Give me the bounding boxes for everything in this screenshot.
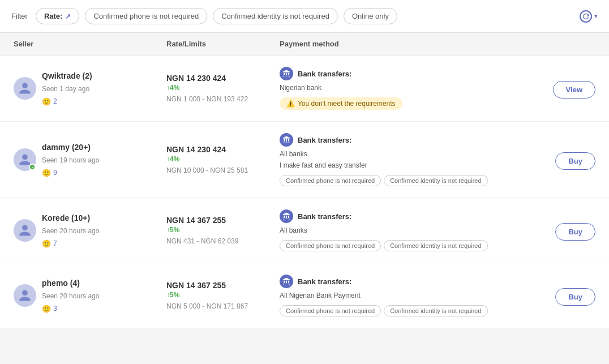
payment-sub: All Nigerian Bank Payment xyxy=(280,292,527,299)
action-cell-3: Buy xyxy=(527,285,595,306)
action-cell-0: View xyxy=(527,78,595,99)
filter-label: Filter xyxy=(11,12,28,20)
smile-icon: 🙂 xyxy=(42,239,51,248)
payment-sub: All banks xyxy=(280,150,527,158)
payment-header: Bank transfers: xyxy=(280,67,527,80)
requirement-tag: Confirmed phone is not required xyxy=(280,175,381,186)
requirement-tag: Confirmed phone is not required xyxy=(280,305,381,316)
user-icon xyxy=(18,82,32,95)
refresh-button[interactable]: ▾ xyxy=(580,10,598,23)
requirement-tag: Confirmed identity is not required xyxy=(384,240,487,251)
table-row: Korede (10+) Seen 20 hours ago 🙂 7 NGN 1… xyxy=(0,198,609,263)
buy-button[interactable]: Buy xyxy=(555,223,595,241)
smile-icon: 🙂 xyxy=(42,97,51,106)
seller-seen: Seen 20 hours ago xyxy=(42,227,99,235)
bank-transfers-icon xyxy=(280,275,293,288)
refresh-icon xyxy=(580,10,592,23)
requirement-tag: Confirmed identity is not required xyxy=(384,305,487,316)
table-row: Qwiktrade (2) Seen 1 day ago 🙂 2 NGN 14 … xyxy=(0,55,609,122)
seller-name: Korede (10+) xyxy=(42,213,99,222)
rate-limits: NGN 1 000 - NGN 193 422 xyxy=(166,95,280,103)
seller-row: Korede (10+) Seen 20 hours ago 🙂 7 xyxy=(14,213,166,248)
payment-cell-0: Bank transfers: Nigerian bank ⚠️You don'… xyxy=(280,67,527,110)
confirmed-identity-chip[interactable]: Confirmed identity is not required xyxy=(213,8,338,24)
seller-cell-2: Korede (10+) Seen 20 hours ago 🙂 7 xyxy=(14,213,166,248)
view-button[interactable]: View xyxy=(553,81,595,99)
seller-cell-1: dammy (20+) Seen 19 hours ago 🙂 9 xyxy=(14,143,166,177)
payment-info: Bank transfers: All Nigerian Bank Paymen… xyxy=(280,275,527,316)
payment-cell-3: Bank transfers: All Nigerian Bank Paymen… xyxy=(280,275,527,316)
seller-seen: Seen 19 hours ago xyxy=(42,156,99,164)
seller-row: dammy (20+) Seen 19 hours ago 🙂 9 xyxy=(14,143,166,177)
seller-row: phemo (4) Seen 20 hours ago 🙂 3 xyxy=(14,279,166,313)
payment-type: Bank transfers: xyxy=(298,277,351,286)
verified-badge xyxy=(29,164,36,170)
payment-info: Bank transfers: All banksI make fast and… xyxy=(280,133,527,186)
seller-name: phemo (4) xyxy=(42,279,99,288)
col-seller: Seller xyxy=(14,40,166,48)
payment-cell-1: Bank transfers: All banksI make fast and… xyxy=(280,133,527,186)
smile-icon: 🙂 xyxy=(42,169,51,177)
rate-change: ↑5% xyxy=(166,291,280,299)
rate-button[interactable]: Rate: ↗ xyxy=(36,8,80,24)
payment-info: Bank transfers: Nigerian bank ⚠️You don'… xyxy=(280,67,527,110)
seller-details: Qwiktrade (2) Seen 1 day ago 🙂 2 xyxy=(42,71,92,106)
seller-rating: 🙂 9 xyxy=(42,169,99,177)
rate-cell-2: NGN 14 367 255 ↑5% NGN 431 - NGN 62 039 xyxy=(166,216,280,245)
col-rate-limits: Rate/Limits xyxy=(166,40,280,48)
rate-info: NGN 14 367 255 ↑5% NGN 431 - NGN 62 039 xyxy=(166,216,280,245)
payment-sub: I make fast and easy transfer xyxy=(280,161,527,169)
avatar xyxy=(14,77,36,100)
header-bar: Filter Rate: ↗ Confirmed phone is not re… xyxy=(0,0,609,33)
warning-container: ⚠️You don't meet the requirements xyxy=(280,97,527,110)
payment-type: Bank transfers: xyxy=(298,136,351,144)
rate-change: ↑4% xyxy=(166,155,280,163)
rate-cell-0: NGN 14 230 424 ↑4% NGN 1 000 - NGN 193 4… xyxy=(166,74,280,103)
rating-value: 3 xyxy=(53,305,57,312)
rate-value: NGN 14 230 424 xyxy=(166,74,280,83)
payment-tags: Confirmed phone is not requiredConfirmed… xyxy=(280,305,527,316)
buy-button[interactable]: Buy xyxy=(555,152,595,170)
rate-change: ↑4% xyxy=(166,84,280,92)
rating-value: 7 xyxy=(53,239,57,247)
bank-transfers-icon xyxy=(280,209,293,223)
rate-cell-1: NGN 14 230 424 ↑4% NGN 10 000 - NGN 25 5… xyxy=(166,145,280,174)
payment-tags: Confirmed phone is not requiredConfirmed… xyxy=(280,175,527,186)
rate-value: NGN 14 230 424 xyxy=(166,145,280,154)
seller-name: dammy (20+) xyxy=(42,143,99,152)
seller-details: phemo (4) Seen 20 hours ago 🙂 3 xyxy=(42,279,99,313)
smile-icon: 🙂 xyxy=(42,305,51,313)
seller-cell-3: phemo (4) Seen 20 hours ago 🙂 3 xyxy=(14,279,166,313)
seller-seen: Seen 20 hours ago xyxy=(42,292,99,300)
rate-value: NGN 14 367 255 xyxy=(166,281,280,290)
seller-seen: Seen 1 day ago xyxy=(42,85,92,93)
col-action xyxy=(527,40,595,48)
warning-badge: ⚠️You don't meet the requirements xyxy=(280,97,402,110)
rating-value: 9 xyxy=(53,169,57,177)
avatar xyxy=(14,148,36,171)
rate-value: NGN 14 367 255 xyxy=(166,216,280,225)
action-cell-1: Buy xyxy=(527,149,595,170)
seller-row: Qwiktrade (2) Seen 1 day ago 🙂 2 xyxy=(14,71,166,106)
rate-info: NGN 14 230 424 ↑4% NGN 1 000 - NGN 193 4… xyxy=(166,74,280,103)
user-icon xyxy=(18,224,32,237)
seller-details: dammy (20+) Seen 19 hours ago 🙂 9 xyxy=(42,143,99,177)
table-row: phemo (4) Seen 20 hours ago 🙂 3 NGN 14 3… xyxy=(0,263,609,328)
rate-limits: NGN 431 - NGN 62 039 xyxy=(166,237,280,245)
rate-info: NGN 14 367 255 ↑5% NGN 5 000 - NGN 171 8… xyxy=(166,281,280,310)
rate-cell-3: NGN 14 367 255 ↑5% NGN 5 000 - NGN 171 8… xyxy=(166,281,280,310)
avatar xyxy=(14,284,36,307)
seller-cell-0: Qwiktrade (2) Seen 1 day ago 🙂 2 xyxy=(14,71,166,106)
bank-transfers-icon xyxy=(280,133,293,147)
seller-rating: 🙂 2 xyxy=(42,97,92,106)
buy-button[interactable]: Buy xyxy=(555,288,595,306)
rate-btn-label: Rate: xyxy=(44,12,63,20)
payment-tags: Confirmed phone is not requiredConfirmed… xyxy=(280,240,527,251)
payment-sub: Nigerian bank xyxy=(280,84,527,92)
action-cell-2: Buy xyxy=(527,220,595,241)
table-header: Seller Rate/Limits Payment method xyxy=(0,33,609,55)
online-only-chip[interactable]: Online only xyxy=(344,8,397,24)
rate-change: ↑5% xyxy=(166,226,280,234)
rate-limits: NGN 10 000 - NGN 25 581 xyxy=(166,166,280,174)
confirmed-phone-chip[interactable]: Confirmed phone is not required xyxy=(85,8,207,24)
